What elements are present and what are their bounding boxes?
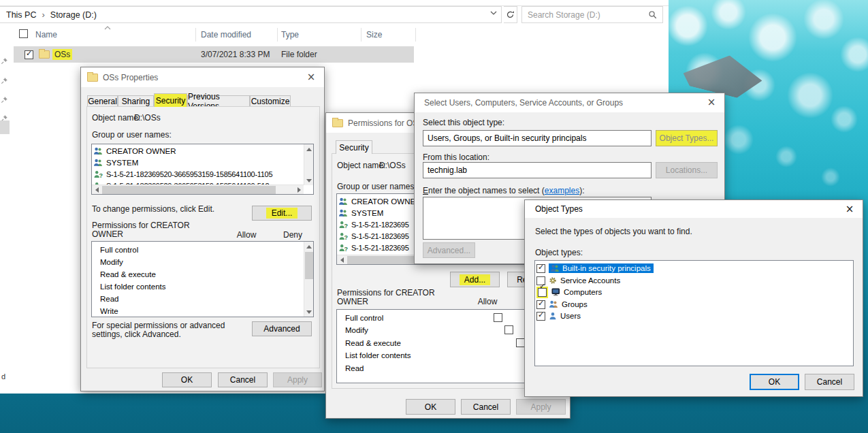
scrollbar-thumb[interactable] xyxy=(305,252,313,279)
cancel-button[interactable]: Cancel xyxy=(461,399,511,415)
group-or-user-names-label: Group or user names: xyxy=(92,130,172,140)
allow-checkbox[interactable] xyxy=(504,325,513,334)
chevron-down-icon[interactable] xyxy=(490,11,497,15)
list-item-users[interactable]: Users xyxy=(536,310,581,321)
scroll-down-icon[interactable] xyxy=(304,176,314,185)
examples-link[interactable]: examples xyxy=(545,186,579,195)
column-header-date-modified[interactable]: Date modified xyxy=(201,30,251,39)
address-bar[interactable]: This PC › Storage (D:) xyxy=(0,6,502,23)
list-item[interactable]: ? S-1-5-21-1823695 xyxy=(338,231,408,242)
locations-button[interactable]: Locations... xyxy=(656,162,718,178)
list-item-computers[interactable]: Computers xyxy=(536,287,602,298)
permission-row[interactable]: Full control xyxy=(345,312,383,323)
item-checkbox[interactable] xyxy=(536,264,545,273)
permission-row[interactable]: Read xyxy=(345,363,364,374)
apply-button[interactable]: Apply xyxy=(516,399,566,415)
tab-sharing[interactable]: Sharing xyxy=(118,95,154,107)
list-item[interactable]: CREATOR OWNER xyxy=(93,146,176,157)
nav-pane-scrollbar[interactable] xyxy=(0,121,10,134)
scrollbar-thumb[interactable] xyxy=(102,186,276,194)
advanced-button[interactable]: Advanced... xyxy=(423,242,475,258)
file-row-oss[interactable]: OSs 3/07/2021 8:33 PM File folder xyxy=(14,46,414,63)
column-header-name[interactable]: Name xyxy=(35,30,57,39)
scroll-up-icon[interactable] xyxy=(304,242,314,251)
list-item[interactable]: ? S-1-5-21-182369520-3665953159-15856411… xyxy=(93,169,272,180)
allow-checkbox[interactable] xyxy=(494,313,502,322)
add-button[interactable]: Add... xyxy=(450,272,500,287)
breadcrumb-this-pc[interactable]: This PC xyxy=(5,10,37,20)
permission-row[interactable]: List folder contents xyxy=(345,350,411,361)
desktop: This PC › Storage (D:) Name xyxy=(0,0,868,433)
users-group-icon xyxy=(338,209,348,217)
permission-row[interactable]: Modify xyxy=(345,325,368,336)
close-icon[interactable]: × xyxy=(304,70,319,84)
list-item-service-accounts[interactable]: Service Accounts xyxy=(536,275,620,286)
pin-icon[interactable] xyxy=(1,57,8,65)
refresh-button[interactable] xyxy=(504,6,517,23)
row-checkbox[interactable] xyxy=(25,50,33,59)
permission-row[interactable]: Write xyxy=(100,306,118,317)
search-box[interactable] xyxy=(521,6,663,23)
column-header-type[interactable]: Type xyxy=(281,30,299,39)
permissions-list[interactable]: Full control Modify Read & execute List … xyxy=(91,241,314,317)
list-item-builtin-security-principals[interactable]: Built-in security principals xyxy=(536,263,654,274)
column-header-size[interactable]: Size xyxy=(366,30,382,39)
list-item-groups[interactable]: Groups xyxy=(536,299,588,310)
select-users-titlebar[interactable]: Select Users, Computers, Service Account… xyxy=(415,93,724,112)
permission-row[interactable]: Read & execute xyxy=(100,269,156,280)
item-checkbox[interactable] xyxy=(536,300,545,309)
permission-row[interactable]: List folder contents xyxy=(100,281,166,292)
scroll-right-icon[interactable] xyxy=(294,185,304,195)
close-icon[interactable]: × xyxy=(842,202,857,216)
tab-security[interactable]: Security xyxy=(154,93,187,107)
properties-titlebar[interactable]: OSs Properties xyxy=(81,67,324,87)
tab-security[interactable]: Security xyxy=(336,140,372,154)
permission-row[interactable]: Full control xyxy=(100,244,138,255)
list-item[interactable]: SYSTEM xyxy=(338,208,383,219)
file-name[interactable]: OSs xyxy=(52,49,72,60)
scroll-left-icon[interactable] xyxy=(92,185,101,195)
permission-row[interactable]: Read & execute xyxy=(345,338,401,349)
edit-button[interactable]: Edit... xyxy=(252,206,312,221)
group-list[interactable]: CREATOR OWNER SYSTEM ? S-1-5-21-18236952… xyxy=(91,144,314,195)
cancel-button[interactable]: Cancel xyxy=(805,374,854,390)
list-item[interactable]: ? S-1-5-21-1823695 xyxy=(338,219,408,230)
breadcrumb-storage-d[interactable]: Storage (D:) xyxy=(49,10,98,20)
scroll-down-icon[interactable] xyxy=(304,307,314,317)
cancel-button[interactable]: Cancel xyxy=(218,372,268,387)
location-field[interactable]: technig.lab xyxy=(423,162,652,178)
horizontal-scrollbar[interactable] xyxy=(92,185,304,194)
list-item[interactable]: SYSTEM xyxy=(93,157,138,168)
list-item[interactable]: CREATOR OWNER xyxy=(338,196,421,207)
object-types-titlebar[interactable]: Object Types xyxy=(525,200,863,218)
permission-row[interactable]: Modify xyxy=(100,257,123,268)
close-icon[interactable]: × xyxy=(704,95,719,109)
advanced-button[interactable]: Advanced xyxy=(252,321,312,336)
search-icon[interactable] xyxy=(648,10,657,19)
object-type-field[interactable]: Users, Groups, or Built-in security prin… xyxy=(423,130,652,146)
apply-button[interactable]: Apply xyxy=(273,372,322,387)
user-question-icon: ? xyxy=(338,244,348,252)
pin-icon[interactable] xyxy=(1,96,8,103)
sort-ascending-icon[interactable] xyxy=(104,26,111,30)
allow-checkbox[interactable] xyxy=(516,338,525,347)
item-checkbox[interactable] xyxy=(538,288,547,297)
object-types-list[interactable]: Built-in security principals Service Acc… xyxy=(534,260,854,366)
tab-previous-versions[interactable]: Previous Versions xyxy=(187,95,250,107)
scroll-up-icon[interactable] xyxy=(304,144,314,154)
scroll-left-icon[interactable] xyxy=(337,255,347,265)
tab-general[interactable]: General xyxy=(87,95,118,107)
ok-button[interactable]: OK xyxy=(406,399,455,415)
vertical-scrollbar[interactable] xyxy=(304,144,313,185)
ok-button[interactable]: OK xyxy=(750,374,799,390)
permission-row[interactable]: Read xyxy=(100,293,119,304)
tab-customize[interactable]: Customize xyxy=(250,95,291,107)
object-types-button[interactable]: Object Types... xyxy=(656,130,718,146)
vertical-scrollbar[interactable] xyxy=(304,242,313,317)
item-checkbox[interactable] xyxy=(536,312,545,321)
ok-button[interactable]: OK xyxy=(162,372,212,387)
select-all-checkbox[interactable] xyxy=(19,29,28,38)
search-input[interactable] xyxy=(528,7,643,22)
pin-icon[interactable] xyxy=(1,77,8,84)
list-item[interactable]: ? S-1-5-21-1823695 xyxy=(338,242,408,253)
